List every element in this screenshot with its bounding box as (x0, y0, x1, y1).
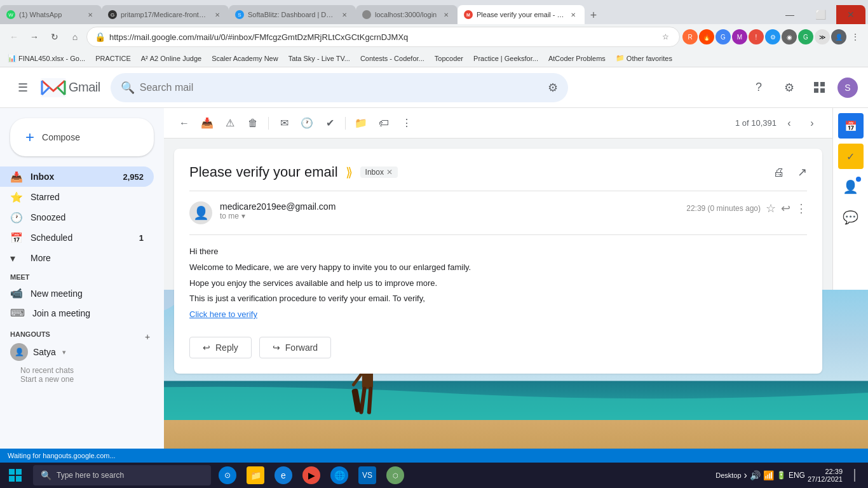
sidebar-item-inbox[interactable]: 📥 Inbox 2,952 (0, 166, 154, 187)
reload-button[interactable]: ↻ (46, 28, 64, 46)
taskbar-app-browser[interactable]: e (269, 463, 297, 488)
reply-button[interactable]: ↩ Reply (189, 337, 252, 358)
bookmark-star-icon[interactable]: ☆ (659, 30, 672, 43)
bookmark-practice[interactable]: PRACTICE (93, 53, 133, 64)
tab-github-close[interactable]: ✕ (212, 10, 222, 20)
mark-unread-button[interactable]: ✉ (274, 113, 294, 133)
tab-whatsapp-close[interactable]: ✕ (85, 10, 95, 20)
sidebar-item-starred[interactable]: ⭐ Starred (0, 187, 154, 207)
help-icon[interactable]: ? (746, 75, 771, 100)
bookmark-geeksforgeeks[interactable]: Practice | Geeksfor... (471, 53, 541, 64)
more-toolbar-button[interactable]: ⋮ (397, 113, 417, 133)
next-email-button[interactable]: › (802, 113, 822, 133)
bookmark-a2[interactable]: A² A2 Online Judge (139, 53, 204, 64)
move-to-button[interactable]: 📁 (351, 113, 371, 133)
tab-whatsapp[interactable]: W (1) WhatsApp ✕ (0, 5, 102, 24)
ext-icon-3[interactable]: G (715, 29, 731, 44)
chat-panel-icon[interactable]: 💬 (838, 205, 864, 230)
speaker-icon[interactable]: 🔊 (750, 470, 761, 480)
sidebar-item-snoozed[interactable]: 🕐 Snoozed (0, 207, 154, 227)
taskbar-chevron-icon[interactable]: › (744, 470, 747, 481)
tab-localhost-close[interactable]: ✕ (441, 10, 451, 20)
label-button[interactable]: 🏷 (374, 113, 394, 133)
archive-button[interactable]: 📥 (197, 113, 217, 133)
taskbar-app-vscode[interactable]: VS (353, 463, 381, 488)
verify-link[interactable]: Click here to verify (189, 309, 257, 319)
bookmark-other[interactable]: 📁 Other favorites (613, 53, 675, 64)
bookmark-final450[interactable]: 📊 FINAL450.xlsx - Go... (5, 53, 88, 64)
taskbar-search[interactable]: 🔍 Type here to search (33, 465, 211, 485)
profile-icon[interactable]: 👤 (831, 29, 846, 44)
search-input[interactable] (140, 82, 543, 93)
tab-localhost[interactable]: localhost:3000/login ✕ (356, 5, 458, 24)
more-options-button[interactable]: ⋮ (796, 201, 807, 215)
forward-button[interactable]: ↪ Forward (259, 337, 331, 358)
ext-icon-2[interactable]: 🔥 (699, 29, 714, 44)
browser-menu-icon[interactable]: ⋮ (848, 29, 863, 44)
calendar-panel-icon[interactable]: 📅 (838, 113, 864, 139)
new-meeting-item[interactable]: 📹 New meeting (10, 283, 154, 303)
print-icon[interactable]: 🖨 (773, 166, 785, 179)
search-box[interactable]: 🔍 ⚙ (111, 73, 568, 102)
sidebar-item-scheduled[interactable]: 📅 Scheduled 1 (0, 227, 154, 248)
snooze-button[interactable]: 🕐 (297, 113, 317, 133)
ext-icon-7[interactable]: ◉ (782, 29, 797, 44)
bookmark-topcoder[interactable]: Topcoder (432, 53, 466, 64)
inbox-tag-remove[interactable]: ✕ (386, 168, 393, 177)
prev-email-button[interactable]: ‹ (779, 113, 799, 133)
url-bar[interactable]: 🔒 https://mail.google.com/mail/u/0/#inbo… (86, 27, 680, 47)
ext-icon-8[interactable]: G (798, 29, 813, 44)
tab-gmail-close[interactable]: ✕ (568, 10, 578, 20)
bookmark-tatasky[interactable]: Tata Sky - Live TV... (286, 53, 353, 64)
wifi-icon[interactable]: 📶 (763, 470, 774, 480)
star-button[interactable]: ☆ (766, 201, 776, 215)
bookmark-atcoder[interactable]: AtCoder Problems (546, 53, 608, 64)
close-button[interactable]: ✕ (836, 5, 865, 24)
tab-softablitz[interactable]: S SoftaBlitz: Dashboard | Devf... ✕ (229, 5, 356, 24)
ext-icon-4[interactable]: M (732, 29, 747, 44)
new-tab-button[interactable]: + (585, 6, 602, 24)
back-to-inbox-button[interactable]: ← (174, 113, 194, 133)
search-options-icon[interactable]: ⚙ (548, 81, 558, 95)
user-avatar[interactable]: S (837, 78, 858, 98)
taskbar-app-media[interactable]: ▶ (297, 463, 325, 488)
minimize-button[interactable]: — (775, 5, 804, 24)
ext-icon-1[interactable]: R (682, 29, 698, 44)
taskbar-clock[interactable]: 22:39 27/12/2021 (808, 468, 843, 483)
sender-to[interactable]: to me ▾ (220, 212, 686, 220)
maximize-button[interactable]: ⬜ (806, 5, 835, 24)
reply-icon-button[interactable]: ↩ (781, 201, 790, 215)
show-desktop-button[interactable] (845, 463, 863, 488)
join-meeting-item[interactable]: ⌨ Join a meeting (10, 303, 154, 323)
back-button[interactable]: ← (5, 28, 23, 46)
hangout-user-satya[interactable]: 👤 Satya ▾ (10, 343, 154, 361)
home-button[interactable]: ⌂ (66, 28, 84, 46)
taskbar-app-edge[interactable]: 🌐 (325, 463, 353, 488)
taskbar-app-node[interactable]: ⬡ (381, 463, 409, 488)
compose-button[interactable]: + Compose (10, 118, 154, 156)
ext-icon-9[interactable]: ≫ (815, 29, 830, 44)
battery-icon[interactable]: 🔋 (776, 471, 786, 480)
settings-icon[interactable]: ⚙ (776, 75, 802, 100)
contacts-panel-icon[interactable]: 👤 (838, 174, 864, 200)
report-spam-button[interactable]: ⚠ (220, 113, 240, 133)
sidebar-item-more[interactable]: ▾ More (0, 248, 154, 268)
tab-github[interactable]: G pritamp17/Medicare-front_e... ✕ (102, 5, 229, 24)
taskbar-app-files[interactable]: 📁 (241, 463, 269, 488)
apps-grid-icon[interactable] (807, 75, 832, 100)
bookmark-scaler[interactable]: Scaler Academy New (209, 53, 281, 64)
tab-softablitz-close[interactable]: ✕ (339, 10, 349, 20)
forward-button[interactable]: → (25, 28, 43, 46)
tasks-panel-icon[interactable]: ✓ (838, 144, 864, 169)
bookmark-codeforces[interactable]: Contests - Codefor... (358, 53, 427, 64)
add-hangout-button[interactable]: + (141, 330, 154, 343)
taskbar-app-cortana[interactable]: ⊙ (214, 463, 241, 488)
delete-button[interactable]: 🗑 (243, 113, 263, 133)
taskbar-search-box[interactable]: 🔍 Type here to search (33, 465, 211, 485)
start-button[interactable] (0, 463, 31, 488)
tab-gmail[interactable]: M Please verify your email - sa... ✕ (458, 5, 585, 24)
hamburger-menu[interactable]: ☰ (10, 75, 36, 100)
add-task-button[interactable]: ✔ (320, 113, 340, 133)
ext-icon-5[interactable]: ! (749, 29, 764, 44)
open-new-window-icon[interactable]: ↗ (797, 165, 807, 179)
